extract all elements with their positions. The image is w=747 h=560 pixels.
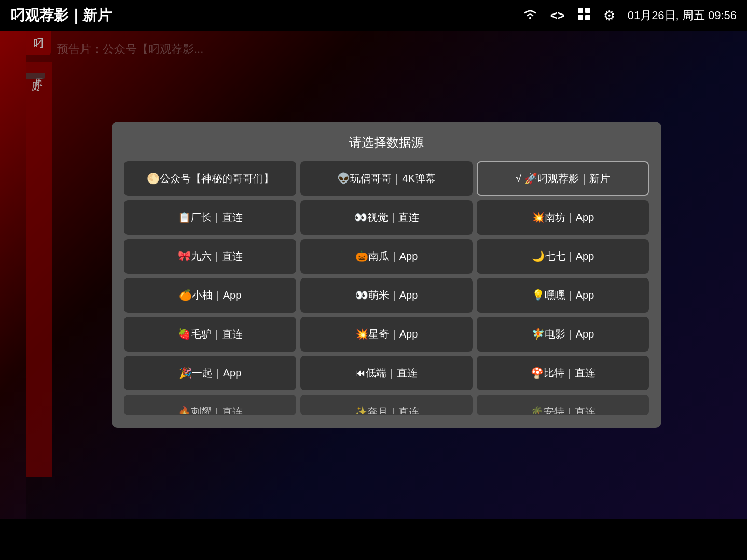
source-item-12[interactable]: 💡嘿嘿｜App xyxy=(477,278,649,313)
grid-icon xyxy=(577,7,591,24)
source-item-6[interactable]: 💥南坊｜App xyxy=(477,200,649,235)
main-content: 历史 叼 预告片：公众号【叼观荐影... 历史 请选择数据源 🌕公众号【神秘的哥… xyxy=(26,31,747,519)
source-item-1[interactable]: 🌕公众号【神秘的哥哥们】 xyxy=(124,161,296,196)
modal: 请选择数据源 🌕公众号【神秘的哥哥们】👽玩偶哥哥｜4K弹幕√ 🚀叼观荐影｜新片📋… xyxy=(112,122,661,428)
source-item-4[interactable]: 📋厂长｜直连 xyxy=(124,200,296,235)
source-item-10[interactable]: 🍊小柚｜App xyxy=(124,278,296,313)
source-item-15[interactable]: 🧚电影｜App xyxy=(477,317,649,352)
svg-rect-2 xyxy=(585,8,590,13)
source-item-7[interactable]: 🎀九六｜直连 xyxy=(124,239,296,274)
source-item-21[interactable]: 🌴安特｜直连 xyxy=(477,395,649,415)
top-right-icons: <> ⚙ 01月26日, 周五 09:56 xyxy=(522,7,737,24)
source-item-11[interactable]: 👀萌米｜App xyxy=(300,278,473,313)
settings-icon[interactable]: ⚙ xyxy=(603,8,615,24)
top-bar: 叼观荐影｜新片 <> ⚙ 01月26日, 周五 09:56 xyxy=(0,0,747,31)
svg-point-0 xyxy=(529,17,531,19)
datetime: 01月26日, 周五 09:56 xyxy=(628,8,737,23)
source-grid: 🌕公众号【神秘的哥哥们】👽玩偶哥哥｜4K弹幕√ 🚀叼观荐影｜新片📋厂长｜直连👀视… xyxy=(124,161,649,415)
source-item-13[interactable]: 🍓毛驴｜直连 xyxy=(124,317,296,352)
source-item-16[interactable]: 🎉一起｜App xyxy=(124,356,296,390)
code-icon: <> xyxy=(550,8,565,23)
svg-rect-3 xyxy=(578,15,583,20)
source-item-9[interactable]: 🌙七七｜App xyxy=(477,239,649,274)
modal-title: 请选择数据源 xyxy=(124,134,649,151)
svg-rect-1 xyxy=(578,8,583,13)
svg-rect-4 xyxy=(585,15,590,20)
source-item-14[interactable]: 💥星奇｜App xyxy=(300,317,473,352)
source-item-3[interactable]: √ 🚀叼观荐影｜新片 xyxy=(477,161,649,196)
source-item-18[interactable]: 🍄比特｜直连 xyxy=(477,356,649,390)
source-item-20[interactable]: ✨奔月｜直连 xyxy=(300,395,473,415)
wifi-icon xyxy=(522,8,538,23)
source-item-5[interactable]: 👀视觉｜直连 xyxy=(300,200,473,235)
modal-overlay: 请选择数据源 🌕公众号【神秘的哥哥们】👽玩偶哥哥｜4K弹幕√ 🚀叼观荐影｜新片📋… xyxy=(26,31,747,519)
source-item-8[interactable]: 🎃南瓜｜App xyxy=(300,239,473,274)
source-item-2[interactable]: 👽玩偶哥哥｜4K弹幕 xyxy=(300,161,473,196)
source-item-17[interactable]: ⏮低端｜直连 xyxy=(300,356,473,390)
bottom-bar xyxy=(0,519,747,560)
source-item-19[interactable]: 🔥刺耀｜直连 xyxy=(124,395,296,415)
app-title: 叼观荐影｜新片 xyxy=(10,6,112,25)
